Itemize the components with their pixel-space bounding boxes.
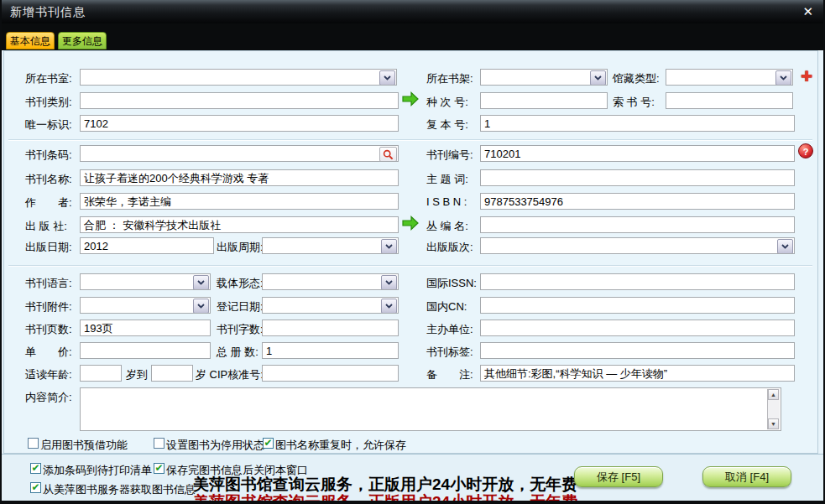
copy-no-input[interactable]: 1	[480, 115, 795, 132]
add-collection-type-icon[interactable]: ✚	[801, 68, 812, 86]
set-disabled-checkbox[interactable]	[154, 438, 164, 449]
pages-input[interactable]: 193页	[80, 320, 211, 336]
author-label: 作 者:	[25, 195, 72, 210]
total-copies-label: 总 册 数:	[217, 345, 258, 360]
green-arrow-icon[interactable]	[402, 91, 419, 110]
barcode-input[interactable]: 9787533754976	[80, 145, 399, 162]
remark-input[interactable]: 其他细节:彩图,“科学知识 — 少年读物”	[480, 365, 795, 382]
pub-cycle-select[interactable]	[262, 237, 399, 254]
edition-select[interactable]	[480, 237, 795, 254]
organizer-label: 主办单位:	[426, 322, 473, 337]
add-book-dialog: 新增书刊信息 ✕ 基本信息 更多信息 所在书室: 所在书架: 01 馆藏类型: …	[0, 0, 825, 504]
price-input[interactable]	[80, 342, 211, 359]
close-icon[interactable]: ✕	[802, 4, 813, 19]
publisher-label: 出 版 社:	[25, 219, 67, 234]
category-input[interactable]	[80, 92, 399, 109]
collection-type-select[interactable]: kwsw	[666, 69, 793, 86]
series-label: 丛 编 名:	[426, 219, 468, 234]
title-input[interactable]: 让孩子着迷的200个经典科学游戏 专著	[80, 169, 399, 186]
scroll-up-icon[interactable]: ▲	[768, 389, 779, 400]
language-label: 书刊语言:	[25, 276, 72, 291]
add-to-print-checkbox[interactable]: ✔	[30, 463, 41, 474]
room-select[interactable]	[80, 69, 397, 86]
window-border-bottom	[0, 501, 825, 504]
unique-id-label: 唯一标识:	[25, 117, 72, 132]
category-label: 书刊类别:	[25, 95, 72, 110]
cip-input[interactable]	[262, 365, 399, 382]
subject-label: 主 题 词:	[426, 172, 468, 187]
issn-label: 国际ISSN:	[426, 276, 477, 291]
chevron-down-icon[interactable]	[381, 239, 397, 254]
publisher-input[interactable]: 合肥 ： 安徽科学技术出版社	[80, 216, 399, 233]
window-title: 新增书刊信息	[10, 5, 86, 20]
green-arrow-icon[interactable]	[402, 216, 419, 234]
close-after-save-checkbox[interactable]: ✔	[154, 463, 164, 474]
save-button[interactable]: 保存 [F5]	[574, 466, 663, 487]
collection-type-label: 馆藏类型:	[613, 71, 660, 86]
tags-input[interactable]	[480, 342, 795, 359]
format-select[interactable]: 16开	[262, 273, 399, 290]
allow-duplicate-checkbox[interactable]: ✔	[263, 438, 274, 449]
pub-cycle-label: 出版周期:	[217, 240, 264, 255]
attachment-label: 书刊附件:	[25, 299, 72, 314]
word-count-label: 书刊字数:	[217, 322, 264, 337]
summary-textarea[interactable]: ▲ ▼	[80, 387, 781, 431]
reg-date-select[interactable]: 2022-09-24	[262, 297, 399, 314]
issn-input[interactable]	[480, 273, 795, 290]
organizer-input[interactable]	[480, 320, 795, 336]
help-icon[interactable]: ?	[798, 143, 813, 158]
tab-basic-info[interactable]: 基本信息	[6, 32, 55, 49]
age-to-input[interactable]	[151, 365, 193, 382]
shelf-select[interactable]: 01	[480, 69, 608, 86]
chevron-down-icon[interactable]	[381, 275, 397, 290]
chevron-down-icon[interactable]	[379, 70, 395, 86]
tab-strip: 基本信息 更多信息	[0, 23, 825, 50]
chevron-down-icon[interactable]	[777, 239, 793, 254]
age-from-input[interactable]	[80, 365, 122, 382]
isbn-input[interactable]: 9787533754976	[480, 193, 795, 210]
cancel-button[interactable]: 取消 [F4]	[702, 466, 791, 487]
chevron-down-icon[interactable]	[590, 70, 606, 86]
scrollbar[interactable]: ▲ ▼	[767, 389, 780, 429]
pub-date-input[interactable]: 2012	[80, 237, 214, 254]
fetch-from-server-checkbox[interactable]: ✔	[30, 482, 41, 493]
word-count-input[interactable]	[262, 320, 399, 336]
chevron-down-icon[interactable]	[193, 299, 209, 314]
search-icon[interactable]	[379, 147, 397, 162]
cloud-service-marquee: 美萍图书馆查询云服务，正版用户24小时开放，无年费	[193, 474, 577, 496]
format-label: 载体形态:	[217, 276, 264, 291]
isbn-label: I S B N :	[426, 195, 467, 208]
fetch-from-server-label: 从美萍图书服务器获取图书信息	[43, 482, 196, 497]
cn-input[interactable]	[480, 297, 795, 314]
section-separator	[8, 139, 812, 140]
language-select[interactable]	[80, 273, 211, 290]
unique-id-input[interactable]: 7102	[80, 115, 399, 132]
chevron-down-icon[interactable]	[193, 275, 209, 290]
book-no-input[interactable]: 710201	[480, 145, 795, 162]
enable-preborrow-label: 启用图书预借功能	[40, 438, 128, 453]
call-no-input[interactable]	[666, 92, 793, 109]
age-label: 适读年龄:	[25, 367, 72, 382]
chevron-down-icon[interactable]	[381, 299, 397, 314]
author-input[interactable]: 张荣华，李诺主编	[80, 193, 399, 210]
total-copies-input[interactable]: 1	[262, 342, 399, 359]
shelf-label: 所在书架:	[426, 71, 473, 86]
enable-preborrow-checkbox[interactable]	[28, 438, 39, 449]
allow-duplicate-label: 图书名称重复时，允许保存	[275, 438, 406, 453]
tags-label: 书刊标签:	[426, 345, 473, 360]
scroll-down-icon[interactable]: ▼	[768, 418, 779, 429]
attachment-select[interactable]	[80, 297, 211, 314]
serial-no-input[interactable]	[480, 92, 608, 109]
series-input[interactable]	[480, 216, 795, 233]
add-to-print-label: 添加条码到待打印清单	[43, 463, 152, 478]
serial-no-label: 种 次 号:	[426, 95, 468, 110]
cip-label: 岁 CIP核准号:	[196, 367, 264, 382]
pages-label: 书刊页数:	[25, 322, 72, 337]
tab-more-info[interactable]: 更多信息	[58, 32, 107, 49]
chevron-down-icon[interactable]	[775, 70, 791, 86]
title-bar[interactable]: 新增书刊信息 ✕	[0, 0, 825, 23]
room-label: 所在书室:	[25, 71, 72, 86]
call-no-label: 索 书 号:	[613, 95, 655, 110]
title-label: 书刊名称:	[25, 172, 72, 187]
subject-input[interactable]	[480, 169, 795, 186]
